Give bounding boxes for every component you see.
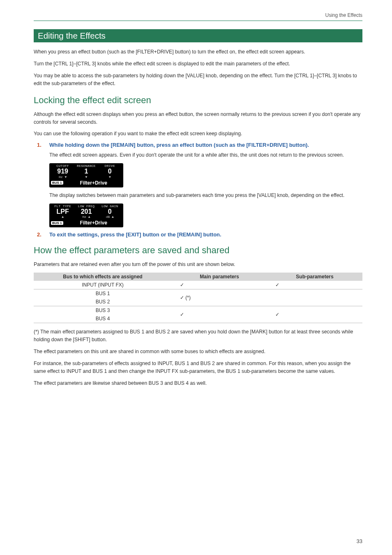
lcd-param-sub: dB ▲ [98,215,122,219]
intro-paragraph: Turn the [CTRL 1]–[CTRL 3] knobs while t… [34,60,362,68]
lock-paragraph: Although the effect edit screen displays… [34,111,362,126]
table-row: INPUT (INPUT FX) ✓ ✓ [34,281,362,289]
footnote: (*) The main effect parameters assigned … [34,328,362,344]
lcd-param-value: LPF [51,208,74,215]
footnote: The effect parameters on this unit are s… [34,348,362,356]
table-cell-sub: ✓ [267,281,362,289]
lcd-param-label: RESONANCE [74,164,98,168]
lcd-param-value: 0 [98,168,122,175]
step-instruction: To exit the settings, press the [EXIT] b… [49,231,221,238]
table-header: Bus to which effects are assigned [34,273,172,281]
intro-paragraph: You may be able to access the sub-parame… [34,72,362,88]
header-rule [34,21,362,21]
table-cell-bus: BUS 1 [34,289,172,298]
lcd-param-sub: Hz ▲ [74,215,98,219]
lock-paragraph: You can use the following operation if y… [34,130,362,138]
lcd-effect-name: Filter+Drive [66,180,122,186]
lcd-param-value: 0 [98,208,122,215]
table-cell-bus: BUS 4 [34,314,172,323]
lcd-param-sub: ▼ [74,175,98,179]
lcd-bus-badge: BUS 1 [51,221,63,225]
table-cell-bus: BUS 2 [34,298,172,306]
heading-locking: Locking the effect edit screen [34,95,362,106]
footnote: The effect parameters are likewise share… [34,379,362,387]
lcd-param-label: CUTOFF [51,164,74,168]
page-number: 33 [357,538,362,544]
step-instruction: While holding down the [REMAIN] button, … [49,142,309,148]
lcd-param-label: LOW FREQ [74,204,98,208]
step-1: 1. While holding down the [REMAIN] butto… [37,142,362,148]
table-header: Sub-parameters [267,273,362,281]
lcd-param-value: 201 [74,208,98,215]
step-number: 1. [37,142,44,148]
lcd-param-label: LOW GAIN [98,204,122,208]
lcd-param-value: 919 [51,168,74,175]
lcd-effect-name: Filter+Drive [66,220,122,226]
table-row: BUS 1 ✓ (*) [34,289,362,298]
table-row: BUS 3 ✓ ✓ [34,306,362,315]
step-2: 2. To exit the settings, press the [EXIT… [37,231,362,238]
table-cell-sub [267,289,362,306]
step-number: 2. [37,231,44,238]
table-cell-main: ✓ [172,281,267,289]
step-1-after: The effect edit screen appears. Even if … [49,151,362,159]
lcd-screenshot-sub: FLT TYPE LOW FREQ LOW GAIN LPF 201 0 ▲ H… [49,204,123,228]
running-head: Using the Effects [34,12,362,18]
intro-paragraph: When you press an effect button (such as… [34,48,362,56]
table-cell-bus: INPUT (INPUT FX) [34,281,172,289]
lcd-screenshot-main: CUTOFF RESONANCE DRIVE 919 1 0 Hz ▼ ▼ ▼ … [49,163,123,187]
section-title: Editing the Effects [34,29,362,42]
lcd-param-sub: Hz ▼ [51,175,74,179]
table-cell-bus: BUS 3 [34,306,172,315]
table-cell-main: ✓ [172,306,267,323]
lcd-param-sub: ▲ [51,215,74,219]
lcd-param-sub: ▼ [98,175,122,179]
lcd-bus-badge: BUS 1 [51,181,63,185]
table-cell-main: ✓ (*) [172,289,267,306]
lcd-param-value: 1 [74,168,98,175]
lcd-param-label: DRIVE [98,164,122,168]
table-cell-sub: ✓ [267,306,362,323]
table-header: Main parameters [172,273,267,281]
parameters-table: Bus to which effects are assigned Main p… [34,273,362,323]
lcd-between-text: The display switches between main parame… [49,192,362,199]
save-intro: Parameters that are retained even after … [34,261,362,268]
lcd-param-label: FLT TYPE [51,204,74,208]
heading-saved-shared: How the effect parameters are saved and … [34,245,362,256]
footnote: For instance, the sub-parameters of effe… [34,360,362,375]
